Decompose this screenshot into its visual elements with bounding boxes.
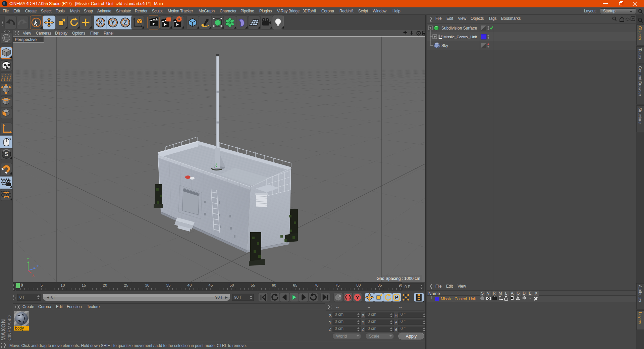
svg-text:75: 75 — [335, 283, 340, 287]
svg-text:0 °: 0 ° — [400, 326, 406, 331]
svg-text:L: L — [505, 291, 507, 296]
svg-text:5: 5 — [41, 283, 43, 287]
svg-text:S: S — [5, 151, 8, 157]
svg-text:A: A — [511, 291, 514, 296]
svg-text:World: World — [336, 334, 347, 339]
svg-text:P: P — [395, 295, 398, 300]
svg-text:Apply: Apply — [406, 334, 417, 339]
svg-text:X: X — [32, 273, 35, 277]
svg-text:65: 65 — [293, 283, 298, 287]
svg-text:0: 0 — [21, 283, 23, 288]
svg-text:--: -- — [368, 305, 370, 310]
svg-text:40: 40 — [187, 283, 192, 287]
svg-text:90 F ►: 90 F ► — [215, 295, 228, 300]
svg-text:35: 35 — [166, 283, 171, 287]
svg-text:70: 70 — [314, 283, 319, 287]
svg-text:MAXON: MAXON — [1, 319, 6, 341]
svg-text:0: 0 — [441, 34, 442, 38]
svg-text:Missile_Control_Unit: Missile_Control_Unit — [443, 35, 477, 39]
svg-text:45: 45 — [209, 283, 213, 287]
svg-text:?: ? — [356, 294, 359, 300]
svg-text:90 F: 90 F — [234, 295, 242, 300]
svg-text:25: 25 — [124, 283, 128, 287]
svg-text:body: body — [15, 326, 24, 331]
svg-text:P: P — [394, 320, 397, 325]
svg-text:0 F: 0 F — [19, 295, 25, 300]
svg-text:85: 85 — [378, 283, 382, 287]
svg-text:15: 15 — [82, 283, 86, 287]
svg-text:50: 50 — [230, 283, 234, 287]
svg-text:Subdivision Surface: Subdivision Surface — [441, 26, 477, 31]
svg-text:20: 20 — [103, 283, 107, 287]
svg-text:Grid Spacing : 1000 cm: Grid Spacing : 1000 cm — [376, 276, 420, 281]
svg-text:0 cm: 0 cm — [368, 312, 376, 317]
svg-text:B: B — [394, 327, 397, 332]
svg-text:Z: Z — [329, 327, 331, 332]
svg-text:0 cm: 0 cm — [335, 312, 343, 317]
svg-text:55: 55 — [251, 283, 255, 287]
svg-text:--: -- — [399, 305, 402, 310]
svg-text:H: H — [394, 313, 397, 318]
svg-text:0 cm: 0 cm — [335, 319, 343, 324]
svg-text:X: X — [99, 19, 103, 26]
svg-text:0 F: 0 F — [405, 285, 410, 289]
svg-text:◄ 0 F: ◄ 0 F — [46, 295, 57, 300]
svg-text:Scale: Scale — [369, 334, 379, 339]
svg-text:Y: Y — [329, 320, 332, 325]
svg-text:Z: Z — [123, 19, 127, 26]
svg-text:X: X — [362, 313, 365, 318]
svg-text:Missile_Control_Unit: Missile_Control_Unit — [441, 297, 476, 301]
svg-text:M: M — [498, 291, 502, 296]
svg-text:R: R — [493, 291, 496, 296]
svg-text:10: 10 — [61, 283, 65, 287]
svg-text:Z: Z — [37, 265, 39, 269]
svg-text:Y: Y — [362, 320, 365, 325]
svg-text:Z: Z — [362, 327, 364, 332]
svg-text:0 cm: 0 cm — [368, 319, 376, 324]
svg-text:X: X — [535, 291, 537, 296]
svg-text:0 cm: 0 cm — [335, 326, 343, 331]
svg-text:Y: Y — [27, 257, 29, 261]
svg-text:Name: Name — [428, 291, 440, 296]
svg-text:X: X — [329, 313, 332, 318]
svg-text:Perspective: Perspective — [15, 37, 37, 42]
svg-text:80: 80 — [357, 283, 361, 287]
svg-text:V: V — [487, 291, 490, 296]
svg-text:--: -- — [336, 305, 339, 310]
svg-text:30: 30 — [145, 283, 150, 287]
svg-text:0 °: 0 ° — [400, 312, 406, 317]
svg-text:60: 60 — [272, 283, 276, 287]
svg-text:0 cm: 0 cm — [368, 326, 376, 331]
svg-text:Y: Y — [111, 19, 115, 26]
svg-text:S: S — [481, 291, 484, 296]
svg-text:D: D — [523, 291, 526, 296]
svg-text:CINEMA 4D: CINEMA 4D — [7, 315, 12, 341]
svg-text:0 °: 0 ° — [400, 319, 406, 324]
svg-text:G: G — [517, 291, 520, 296]
svg-text:E: E — [529, 291, 531, 296]
svg-text:Sky: Sky — [441, 43, 448, 48]
